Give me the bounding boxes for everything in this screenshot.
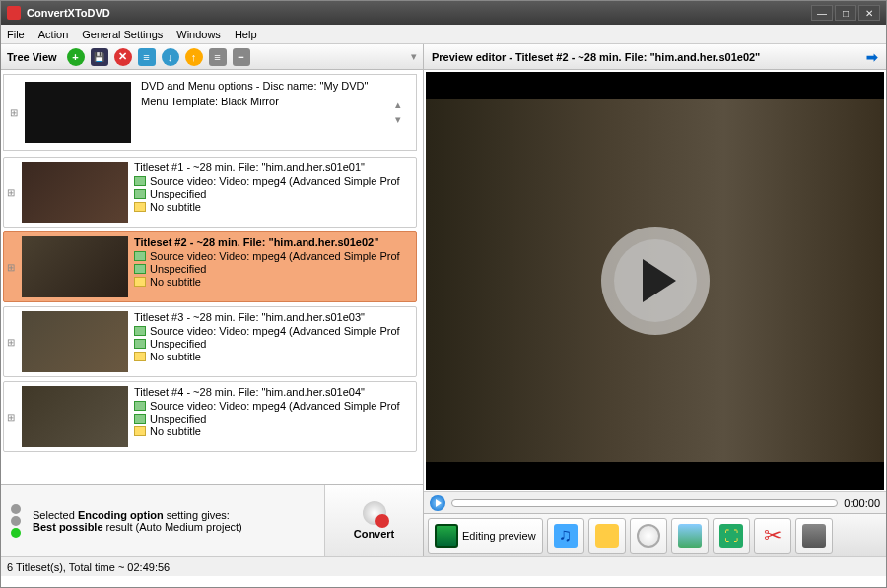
dvd-menu-thumbnail — [25, 82, 131, 143]
audio-text: Unspecified — [150, 413, 206, 425]
titleset-header: Titleset #3 - ~28 min. File: "him.and.he… — [134, 311, 414, 323]
clock-icon — [637, 524, 660, 548]
titleset-item-3[interactable]: ⊞ Titleset #3 - ~28 min. File: "him.and.… — [3, 306, 417, 377]
convert-icon — [363, 501, 386, 525]
audio-icon — [134, 339, 146, 349]
titlebar: ConvertXToDVD — □ ✕ — [1, 1, 886, 25]
tree-view-label: Tree View — [7, 51, 57, 63]
expander-icon[interactable]: ⊞ — [4, 158, 18, 227]
status-text: 6 Titleset(s), Total time ~ 02:49:56 — [7, 561, 170, 573]
subtitle-icon — [134, 426, 146, 436]
more-icon — [802, 524, 826, 548]
add-icon[interactable]: + — [67, 48, 85, 66]
preview-header: Preview editor - Titleset #2 - ~28 min. … — [424, 44, 886, 70]
source-video-text: Source video: Video: mpeg4 (Advanced Sim… — [150, 400, 400, 412]
convert-label: Convert — [354, 528, 395, 540]
image-icon — [678, 524, 702, 548]
move-up-icon[interactable]: ↑ — [185, 48, 203, 66]
playback-bar: 0:00:00 — [424, 491, 886, 513]
preview-video[interactable] — [426, 72, 884, 490]
play-small-button[interactable] — [430, 495, 445, 511]
play-button[interactable] — [601, 227, 710, 335]
remove-icon[interactable]: ✕ — [114, 48, 132, 66]
close-button[interactable]: ✕ — [858, 5, 880, 21]
tab-chapters[interactable] — [630, 518, 667, 554]
preview-tabs: Editing preview ♫ ⛶ ✂ — [424, 513, 886, 556]
toolbar-dropdown-icon[interactable]: ▾ — [411, 50, 417, 63]
subtitle-text: No subtitle — [150, 425, 201, 437]
encoding-lights-icon — [11, 504, 25, 538]
play-icon — [643, 259, 676, 302]
expander-icon[interactable]: ⊞ — [4, 382, 18, 451]
subtitle-text: No subtitle — [150, 276, 201, 288]
tree-pane[interactable]: ⊞ DVD and Menu options - Disc name: "My … — [1, 70, 423, 484]
titleset-thumbnail — [22, 236, 128, 297]
video-icon — [134, 401, 146, 411]
convert-button[interactable]: Convert — [324, 485, 423, 556]
tab-label: Editing preview — [462, 530, 536, 542]
encoding-status: Selected Encoding option setting gives: … — [1, 485, 324, 556]
titleset-thumbnail — [22, 162, 128, 223]
expander-icon[interactable]: ⊞ — [4, 232, 18, 301]
expander-icon[interactable]: ⊞ — [7, 78, 21, 147]
statusbar: 6 Titleset(s), Total time ~ 02:49:56 — [1, 556, 886, 576]
subtitle-text: No subtitle — [150, 201, 201, 213]
tab-output[interactable]: ⛶ — [713, 518, 750, 554]
minimize-button[interactable]: — — [811, 5, 833, 21]
seek-track[interactable] — [451, 499, 838, 507]
maximize-button[interactable]: □ — [835, 5, 856, 21]
tab-image[interactable] — [671, 518, 709, 554]
speech-bubble-icon — [595, 524, 619, 548]
source-video-text: Source video: Video: mpeg4 (Advanced Sim… — [150, 175, 400, 187]
app-icon — [7, 6, 21, 20]
audio-icon — [134, 264, 146, 274]
source-video-text: Source video: Video: mpeg4 (Advanced Sim… — [150, 250, 400, 262]
expand-all-icon[interactable]: ≡ — [209, 48, 227, 66]
expander-icon[interactable]: ⊞ — [4, 307, 18, 376]
titleset-item-2[interactable]: ⊞ Titleset #2 - ~28 min. File: "him.and.… — [3, 231, 417, 302]
subtitle-icon — [134, 277, 146, 287]
audio-icon — [134, 189, 146, 199]
move-down-icon[interactable]: ↓ — [162, 48, 179, 66]
menu-action[interactable]: Action — [38, 29, 69, 40]
subtitle-icon — [134, 202, 146, 212]
tab-more[interactable] — [795, 518, 833, 554]
video-icon — [134, 251, 146, 261]
titleset-item-1[interactable]: ⊞ Titleset #1 - ~28 min. File: "him.and.… — [3, 157, 417, 228]
scissors-icon: ✂ — [761, 524, 785, 548]
list-icon[interactable]: ≡ — [138, 48, 156, 66]
video-icon — [134, 176, 146, 186]
collapse-all-icon[interactable]: − — [233, 48, 250, 66]
tab-editing-preview[interactable]: Editing preview — [428, 518, 543, 554]
tab-cut[interactable]: ✂ — [754, 518, 791, 554]
menu-help[interactable]: Help — [235, 29, 257, 40]
menu-windows[interactable]: Windows — [176, 29, 221, 40]
titleset-thumbnail — [22, 311, 128, 372]
audio-text: Unspecified — [150, 263, 206, 275]
preview-header-text: Preview editor - Titleset #2 - ~28 min. … — [432, 51, 760, 63]
titleset-header: Titleset #1 - ~28 min. File: "him.and.he… — [134, 162, 414, 173]
menubar: File Action General Settings Windows Hel… — [1, 25, 886, 44]
tree-toolbar: Tree View + 💾 ✕ ≡ ↓ ↑ ≡ − ▾ — [1, 44, 423, 70]
tab-subtitles[interactable] — [588, 518, 626, 554]
audio-text: Unspecified — [150, 188, 206, 200]
next-arrow-icon[interactable]: ➡ — [866, 49, 878, 65]
audio-icon — [134, 414, 146, 424]
menu-file[interactable]: File — [7, 29, 25, 40]
save-icon[interactable]: 💾 — [91, 48, 108, 66]
subtitle-icon — [134, 352, 146, 361]
dvd-updown[interactable]: ▴▾ — [395, 78, 413, 147]
titleset-header: Titleset #4 - ~28 min. File: "him.and.he… — [134, 386, 414, 398]
menu-template-text: Menu Template: Black Mirror — [141, 96, 389, 107]
titleset-thumbnail — [22, 386, 128, 447]
time-display: 0:00:00 — [844, 497, 880, 509]
tab-audio[interactable]: ♫ — [547, 518, 584, 554]
music-note-icon: ♫ — [554, 524, 578, 548]
source-video-text: Source video: Video: mpeg4 (Advanced Sim… — [150, 325, 400, 337]
menu-general-settings[interactable]: General Settings — [82, 29, 163, 40]
dvd-menu-item[interactable]: ⊞ DVD and Menu options - Disc name: "My … — [3, 74, 417, 151]
video-icon — [134, 326, 146, 336]
titleset-item-4[interactable]: ⊞ Titleset #4 - ~28 min. File: "him.and.… — [3, 381, 417, 452]
titleset-header: Titleset #2 - ~28 min. File: "him.and.he… — [134, 236, 414, 248]
audio-text: Unspecified — [150, 338, 206, 350]
